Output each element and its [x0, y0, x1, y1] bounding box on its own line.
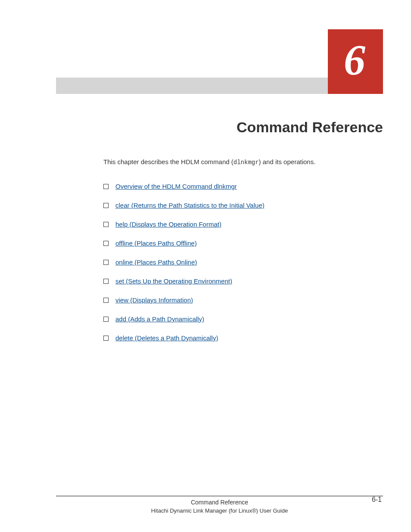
chapter-number: 6 [344, 38, 365, 81]
toc-item: add (Adds a Path Dynamically) [103, 315, 368, 323]
toc-link-set[interactable]: set (Sets Up the Operating Environment) [115, 277, 232, 285]
bullet-icon [103, 298, 109, 303]
intro-paragraph: This chapter describes the HDLM command … [103, 157, 368, 167]
bullet-icon [103, 317, 109, 322]
footer-section-title: Command Reference [56, 499, 383, 506]
bullet-icon [103, 260, 109, 265]
toc-link-add[interactable]: add (Adds a Path Dynamically) [115, 315, 204, 323]
toc-item: help (Displays the Operation Format) [103, 221, 368, 228]
intro-prefix: This chapter describes the HDLM command … [103, 158, 234, 165]
footer-divider [56, 496, 383, 496]
toc-link-delete[interactable]: delete (Deletes a Path Dynamically) [115, 334, 218, 342]
toc-item: view (Displays Information) [103, 296, 368, 304]
bullet-icon [103, 336, 109, 341]
bullet-icon [103, 241, 109, 246]
toc-item: set (Sets Up the Operating Environment) [103, 277, 368, 285]
toc-item: Overview of the HDLM Command dlnkmgr [103, 183, 368, 190]
chapter-number-box: 6 [328, 29, 383, 94]
toc-list: Overview of the HDLM Command dlnkmgr cle… [103, 183, 368, 342]
toc-link-offline[interactable]: offline (Places Paths Offline) [115, 240, 197, 247]
toc-link-overview[interactable]: Overview of the HDLM Command dlnkmgr [115, 183, 237, 190]
toc-link-help[interactable]: help (Displays the Operation Format) [115, 221, 221, 228]
bullet-icon [103, 184, 109, 189]
bullet-icon [103, 203, 109, 208]
content-area: This chapter describes the HDLM command … [103, 157, 368, 353]
toc-item: clear (Returns the Path Statistics to th… [103, 202, 368, 209]
toc-item: offline (Places Paths Offline) [103, 240, 368, 247]
footer-doc-title: Hitachi Dynamic Link Manager (for Linux®… [56, 507, 383, 514]
toc-link-online[interactable]: online (Places Paths Online) [115, 258, 197, 266]
chapter-title: Command Reference [237, 119, 383, 136]
bullet-icon [103, 222, 109, 227]
intro-command: dlnkmgr [234, 159, 259, 166]
toc-link-view[interactable]: view (Displays Information) [115, 296, 193, 304]
toc-item: online (Places Paths Online) [103, 258, 368, 266]
bullet-icon [103, 279, 109, 284]
toc-item: delete (Deletes a Path Dynamically) [103, 334, 368, 342]
toc-link-clear[interactable]: clear (Returns the Path Statistics to th… [115, 202, 265, 209]
intro-suffix: ) and its operations. [259, 158, 316, 165]
footer: Command Reference Hitachi Dynamic Link M… [56, 496, 383, 514]
